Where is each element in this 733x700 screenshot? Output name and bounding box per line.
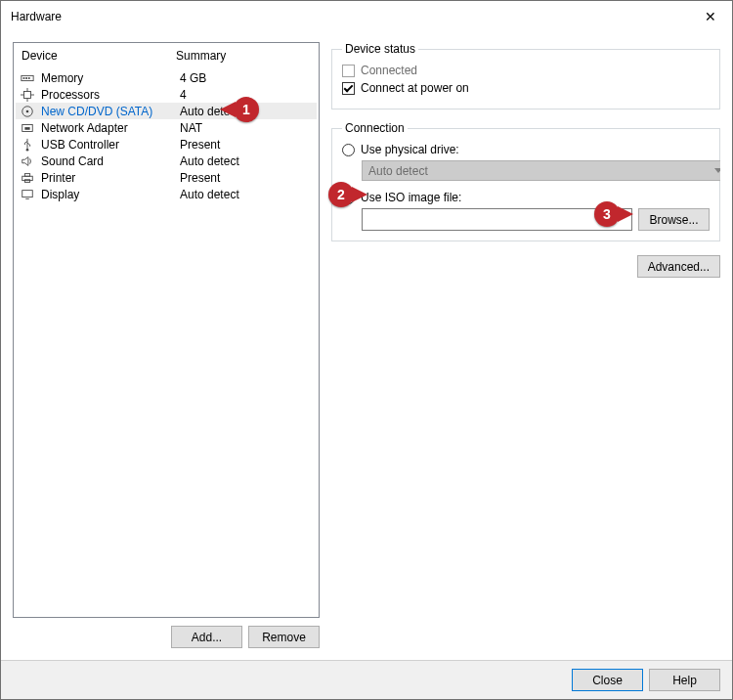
use-physical-drive-label: Use physical drive: <box>361 143 459 156</box>
device-name-cell: USB Controller <box>41 138 174 152</box>
device-row[interactable]: Memory4 GB <box>16 69 317 86</box>
dialog-footer: Close Help <box>1 660 732 699</box>
device-name-cell: Display <box>41 188 174 201</box>
column-device[interactable]: Device <box>22 49 176 63</box>
usb-icon <box>20 137 35 153</box>
callout-2: 2 <box>328 182 354 207</box>
device-summary-cell: Auto detect <box>180 188 239 201</box>
device-list: Device Summary Memory4 GBProcessors4New … <box>13 42 320 618</box>
connected-checkbox <box>342 65 355 77</box>
net-icon <box>20 120 35 136</box>
iso-path-input[interactable] <box>362 208 632 231</box>
device-list-header: Device Summary <box>14 43 319 68</box>
connect-at-power-on-label: Connect at power on <box>361 81 469 95</box>
connected-label: Connected <box>361 64 417 77</box>
remove-button[interactable]: Remove <box>248 626 320 648</box>
connect-at-power-on-checkbox[interactable] <box>342 82 355 95</box>
device-name-cell: Memory <box>41 71 174 85</box>
device-summary-cell: Auto detect <box>180 154 239 168</box>
memory-icon <box>20 70 35 86</box>
device-status-legend: Device status <box>342 42 418 56</box>
device-summary-cell: Present <box>180 171 220 185</box>
close-icon[interactable]: ✕ <box>689 1 732 32</box>
advanced-button[interactable]: Advanced... <box>637 255 720 278</box>
help-button[interactable]: Help <box>649 669 720 691</box>
column-summary[interactable]: Summary <box>176 49 226 63</box>
chevron-down-icon <box>714 168 720 173</box>
callout-1: 1 <box>234 97 259 122</box>
window-title: Hardware <box>11 10 62 23</box>
device-status-group: Device status Connected Connect at power… <box>331 42 720 109</box>
device-row[interactable]: Processors4 <box>16 86 317 103</box>
add-button[interactable]: Add... <box>171 626 242 648</box>
connection-legend: Connection <box>342 121 408 135</box>
close-button[interactable]: Close <box>572 669 643 691</box>
device-summary-cell: Present <box>180 138 220 152</box>
use-physical-drive-radio[interactable] <box>342 144 355 156</box>
device-name-cell: Network Adapter <box>41 121 174 135</box>
device-row[interactable]: Network AdapterNAT <box>16 119 317 136</box>
browse-button[interactable]: Browse... <box>638 208 710 231</box>
device-summary-cell: NAT <box>180 121 202 135</box>
device-name-cell: Sound Card <box>41 154 174 168</box>
connection-group: Connection Use physical drive: Auto dete… <box>331 121 720 241</box>
sound-icon <box>20 153 35 169</box>
display-icon <box>20 187 35 202</box>
device-row[interactable]: USB ControllerPresent <box>16 136 317 153</box>
device-row[interactable]: New CD/DVD (SATA)Auto detect <box>16 103 317 119</box>
device-row[interactable]: PrinterPresent <box>16 169 317 186</box>
device-summary-cell: 4 <box>180 88 187 102</box>
device-row[interactable]: Sound CardAuto detect <box>16 153 317 169</box>
physical-drive-combo: Auto detect <box>362 160 720 181</box>
title-bar: Hardware ✕ <box>1 1 732 32</box>
device-name-cell: Processors <box>41 88 174 102</box>
printer-icon <box>20 170 35 186</box>
cd-icon <box>20 104 35 119</box>
device-row[interactable]: DisplayAuto detect <box>16 186 317 202</box>
device-name-cell: Printer <box>41 171 174 185</box>
use-iso-label: Use ISO image file: <box>361 191 461 204</box>
device-summary-cell: 4 GB <box>180 71 206 85</box>
cpu-icon <box>20 87 35 103</box>
device-name-cell: New CD/DVD (SATA) <box>41 105 174 118</box>
callout-3: 3 <box>594 201 620 227</box>
